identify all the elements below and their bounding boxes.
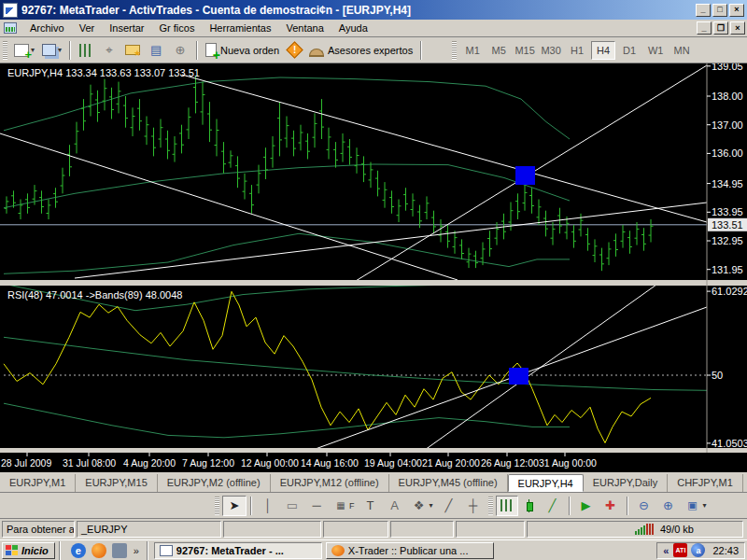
crosshair-tool-button[interactable]: ┼: [461, 496, 486, 516]
chart-tab-eurjpy-m12-offline-[interactable]: EURJPY,M12 (offline): [271, 474, 389, 492]
chart-tab-eurjpy-daily[interactable]: EURJPY,Daily: [584, 474, 669, 492]
maximize-button[interactable]: □: [712, 4, 727, 17]
menu-item-herramientas[interactable]: Herramientas: [202, 21, 278, 35]
internet-explorer-icon[interactable]: e: [71, 543, 86, 558]
menu-item-archivo[interactable]: Archivo: [22, 21, 72, 35]
metatrader-app-icon: [3, 3, 18, 18]
timeframe-button-m15[interactable]: M15: [513, 41, 537, 60]
status-cell: [456, 521, 525, 538]
blue-a-tray-icon[interactable]: a: [691, 543, 705, 557]
timeframe-toolbar: M1M5M15M30H1H4D1W1MN: [459, 41, 695, 60]
timeframe-button-m5[interactable]: M5: [486, 41, 511, 60]
zoom-out-button[interactable]: ⊖: [632, 496, 656, 516]
arrows-tool-button[interactable]: ❖▾: [407, 496, 437, 516]
new-order-button[interactable]: Nueva orden: [202, 40, 283, 61]
candlestick-icon: [526, 499, 532, 512]
rsi-highlight-rect[interactable]: [509, 368, 529, 385]
mdi-restore-button[interactable]: ❐: [713, 21, 728, 35]
bar-chart-mode-button[interactable]: [496, 496, 518, 516]
cursor-tool-button[interactable]: ➤: [222, 496, 247, 516]
expert-hat-icon: [309, 49, 324, 57]
minimize-button[interactable]: _: [696, 4, 711, 17]
vertical-line-tool-button[interactable]: │: [256, 496, 280, 516]
status-symbol: _EURJPY: [77, 521, 221, 538]
taskbar-separator: [147, 541, 148, 560]
toolbar-grip[interactable]: [452, 41, 457, 60]
status-connection-cell: 49/0 kb: [527, 521, 743, 538]
candlestick-mode-button[interactable]: [518, 496, 541, 516]
metatrader-task-icon: [160, 545, 173, 556]
chart-tab-eurjpy-h4[interactable]: EURJPY,H4: [508, 474, 584, 492]
toolbar-grip[interactable]: [215, 497, 219, 515]
mdi-minimize-button[interactable]: _: [697, 21, 712, 35]
line-chart-mode-button[interactable]: ╱: [541, 496, 565, 516]
auto-scroll-button[interactable]: ▶: [574, 496, 599, 516]
menu-item-insertar[interactable]: Insertar: [102, 21, 151, 35]
panel-splitter[interactable]: [0, 280, 747, 286]
timeframe-button-m30[interactable]: M30: [539, 41, 563, 60]
indicators-button[interactable]: ▣▾: [681, 496, 711, 516]
window-title: 92767: MetaTrader - ActivTrades - Cuenta…: [21, 4, 694, 17]
start-button[interactable]: Inicio: [2, 542, 55, 559]
trendline-tool-button[interactable]: ╱: [437, 496, 461, 516]
data-window-button[interactable]: ▤: [144, 40, 168, 61]
toolbar-separator: [250, 497, 252, 515]
chart-tab-eurjpy-m2-offline-[interactable]: EURJPY,M2 (offline): [158, 474, 271, 492]
chart-tab-eurjpy-m15[interactable]: EURJPY,M15: [76, 474, 157, 492]
time-axis-label: 28 Jul 2009: [1, 457, 51, 469]
timeframe-button-h4[interactable]: H4: [591, 41, 615, 60]
firefox-task-icon: [331, 545, 345, 556]
mdi-close-button[interactable]: ×: [730, 21, 745, 35]
expert-advisors-button[interactable]: Asesores expertos: [305, 40, 416, 61]
firefox-icon[interactable]: [92, 543, 106, 558]
axis-splitter[interactable]: [0, 448, 747, 453]
horizontal-line-tool-button[interactable]: ─: [304, 496, 329, 516]
new-chart-button[interactable]: ▾: [10, 40, 38, 61]
text-tool-button[interactable]: T: [359, 496, 383, 516]
timeframe-button-w1[interactable]: W1: [643, 41, 668, 60]
task-label: 92767: MetaTrader - ...: [176, 545, 284, 556]
traffic-label: 49/0 kb: [660, 524, 694, 535]
chart-canvas[interactable]: EURJPY,H4 133.34 133.63 133.07 133.51RSI…: [0, 63, 747, 472]
menu-item-ventana[interactable]: Ventana: [278, 21, 331, 35]
indicators-icon: ▣: [684, 497, 701, 514]
chart-tab-eurjpy-m45-offline-[interactable]: EURJPY,M45 (offline): [389, 474, 508, 492]
chart-tab-eurjpy-m1[interactable]: EURJPY,M1: [0, 474, 76, 492]
time-axis-label: 21 Aug 20:00: [422, 457, 480, 469]
timeframe-button-d1[interactable]: D1: [617, 41, 641, 60]
toolbar-separator: [196, 41, 198, 60]
chart-shift-button[interactable]: ✚: [599, 496, 623, 516]
status-cell: [223, 521, 321, 538]
tray-collapse-icon[interactable]: «: [663, 545, 669, 556]
label-tool-button[interactable]: A: [383, 496, 407, 516]
profiles-button[interactable]: ▾: [38, 40, 65, 61]
price-axis-label: 137.00: [712, 119, 743, 131]
chart-tab-chfjpy-m1[interactable]: CHFJPY,M1: [668, 474, 743, 492]
alerts-button[interactable]: !: [283, 40, 305, 61]
timeframe-button-m1[interactable]: M1: [460, 41, 485, 60]
taskbar-task-xtrader[interactable]: X-Trader :: Publicar una ...: [326, 542, 494, 559]
menu-item-gr-ficos[interactable]: Gr ficos: [152, 21, 203, 35]
zoom-in-button[interactable]: ⊕: [656, 496, 681, 516]
strategy-tester-button[interactable]: ⊕: [168, 40, 192, 61]
tab-scroll-left-icon[interactable]: ◂: [743, 483, 747, 492]
quick-launch-overflow-icon[interactable]: »: [134, 545, 139, 556]
zoom-out-icon: ⊖: [636, 497, 653, 514]
fibonacci-tool-button[interactable]: ▦F: [329, 496, 359, 516]
highlight-rect[interactable]: [515, 166, 535, 185]
price-axis-label: 133.95: [712, 206, 743, 217]
toolbar-grip[interactable]: [488, 497, 493, 515]
menu-item-ver[interactable]: Ver: [72, 21, 103, 35]
show-desktop-icon[interactable]: [112, 543, 127, 558]
market-watch-button[interactable]: [75, 40, 97, 61]
menu-item-ayuda[interactable]: Ayuda: [331, 21, 375, 35]
favorites-button[interactable]: [121, 40, 144, 61]
timeframe-button-mn[interactable]: MN: [669, 41, 694, 60]
crosshair-targeting-button[interactable]: ⌖: [97, 40, 121, 61]
toolbar-grip[interactable]: [3, 41, 7, 60]
timeframe-button-h1[interactable]: H1: [565, 41, 589, 60]
taskbar-task-metatrader[interactable]: 92767: MetaTrader - ...: [154, 542, 322, 559]
close-button[interactable]: ×: [729, 4, 744, 17]
ati-tray-icon[interactable]: ATI: [673, 543, 687, 557]
rectangle-tool-button[interactable]: ▭: [280, 496, 304, 516]
